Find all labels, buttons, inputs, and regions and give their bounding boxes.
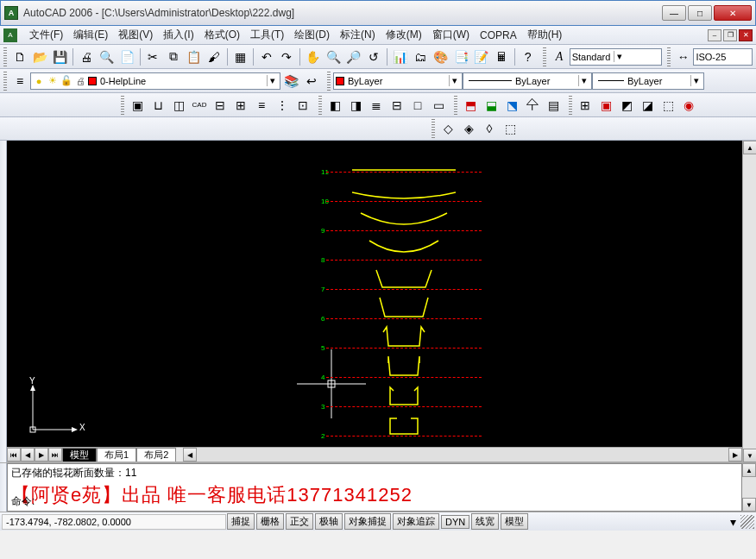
menu-file[interactable]: 文件(F) [24, 26, 68, 44]
dyn-toggle[interactable]: DYN [441, 515, 469, 529]
view-btn-1[interactable]: ◇ [438, 119, 457, 138]
print-button[interactable]: 🖨 [77, 47, 95, 66]
pan-button[interactable]: ✋ [304, 47, 322, 66]
chevron-down-icon[interactable]: ▾ [690, 75, 702, 86]
command-scrollbar[interactable]: ▲ ▼ [742, 463, 756, 512]
publish-button[interactable]: 📄 [117, 47, 135, 66]
snap-toggle[interactable]: 捕捉 [227, 513, 255, 530]
menu-insert[interactable]: 插入(I) [158, 26, 198, 44]
new-button[interactable]: 🗋 [10, 47, 28, 66]
copy-button[interactable]: ⧉ [164, 47, 182, 66]
grip-icon[interactable] [3, 72, 7, 91]
copra-btn-4[interactable]: CAD [190, 96, 209, 115]
osnap-toggle[interactable]: 对象捕捉 [344, 513, 391, 530]
menu-tools[interactable]: 工具(T) [245, 26, 289, 44]
scroll-up-button[interactable]: ▲ [742, 463, 756, 477]
copra-btn-5[interactable]: ⊟ [211, 96, 230, 115]
chevron-down-icon[interactable]: ▾ [578, 75, 589, 86]
grip-icon[interactable] [121, 96, 124, 115]
grip-icon[interactable] [327, 72, 331, 91]
copra-btn-20[interactable]: ▤ [544, 96, 563, 115]
redo-button[interactable]: ↷ [278, 47, 296, 66]
close-button[interactable]: ✕ [714, 5, 752, 21]
copra-btn-14[interactable]: □ [408, 96, 427, 115]
grip-icon[interactable] [3, 47, 7, 66]
menu-window[interactable]: 窗口(W) [427, 26, 475, 44]
command-line[interactable]: 已存储的辊花断面数量：11 【阿贤e苑】出品 唯一客服电话13771341252… [7, 463, 742, 512]
scroll-down-button[interactable]: ▼ [742, 498, 756, 512]
tab-model[interactable]: 模型 [62, 448, 97, 462]
chevron-down-icon[interactable]: ▾ [614, 51, 625, 62]
copra-btn-6[interactable]: ⊞ [231, 96, 250, 115]
layer-states-button[interactable]: 📚 [281, 72, 300, 91]
copra-btn-2[interactable]: ⊔ [148, 96, 167, 115]
model-space-canvas[interactable]: X Y 11 10 9 8 7 6 5 4 3 2 [7, 141, 742, 447]
open-button[interactable]: 📂 [30, 47, 48, 66]
copra-btn-11[interactable]: ◨ [346, 96, 365, 115]
copra-btn-9[interactable]: ⊡ [293, 96, 312, 115]
matchprop-button[interactable]: 🖌 [205, 47, 223, 66]
color-combo[interactable]: ByLayer ▾ [333, 72, 463, 90]
copra-btn-12[interactable]: ≣ [367, 96, 386, 115]
preview-button[interactable]: 🔍 [98, 47, 116, 66]
view-btn-2[interactable]: ◈ [459, 119, 478, 138]
copra-btn-22[interactable]: ▣ [596, 96, 615, 115]
maximize-button[interactable]: □ [688, 5, 712, 21]
grip-icon[interactable] [454, 96, 457, 115]
copra-btn-25[interactable]: ⬚ [658, 96, 677, 115]
cut-button[interactable]: ✂ [144, 47, 162, 66]
grip-icon[interactable] [569, 96, 572, 115]
mdi-restore-button[interactable]: ❐ [723, 29, 737, 41]
layer-manager-button[interactable]: ≡ [10, 72, 29, 91]
hscroll-track[interactable] [197, 448, 728, 462]
mdi-minimize-button[interactable]: – [708, 29, 721, 41]
vertical-scrollbar[interactable]: ▲ ▼ [742, 141, 756, 462]
status-tray-icon[interactable]: ▾ [726, 515, 740, 529]
menu-view[interactable]: 视图(V) [113, 26, 158, 44]
grip-icon[interactable] [432, 119, 435, 138]
lwt-toggle[interactable]: 线宽 [471, 513, 499, 530]
menu-copra[interactable]: COPRA [475, 28, 522, 43]
copra-btn-19[interactable]: 㐃 [523, 96, 542, 115]
zoom-window-button[interactable]: 🔎 [344, 47, 362, 66]
tab-next-button[interactable]: ▶ [35, 448, 48, 462]
layer-previous-button[interactable]: ↩ [302, 72, 321, 91]
menu-draw[interactable]: 绘图(D) [289, 26, 335, 44]
resize-grip-icon[interactable] [740, 515, 754, 529]
undo-button[interactable]: ↶ [257, 47, 275, 66]
copra-btn-3[interactable]: ◫ [169, 96, 188, 115]
zoom-realtime-button[interactable]: 🔍 [324, 47, 343, 66]
view-btn-4[interactable]: ⬚ [501, 119, 520, 138]
coordinate-readout[interactable]: -173.4794, -782.0802, 0.0000 [2, 514, 226, 530]
otrack-toggle[interactable]: 对象追踪 [393, 513, 439, 530]
help-button[interactable]: ? [519, 47, 537, 66]
text-style-combo[interactable]: Standard ▾ [570, 48, 662, 66]
copra-btn-21[interactable]: ⊞ [576, 96, 595, 115]
scroll-down-button[interactable]: ▼ [743, 449, 756, 462]
paste-button[interactable]: 📋 [185, 47, 203, 66]
tab-first-button[interactable]: ⏮ [7, 448, 21, 462]
zoom-prev-button[interactable]: ↺ [364, 47, 382, 66]
scroll-up-button[interactable]: ▲ [743, 141, 756, 154]
hscroll-left-button[interactable]: ◀ [183, 448, 197, 462]
blockeditor-button[interactable]: ▦ [231, 47, 249, 66]
model-toggle[interactable]: 模型 [501, 513, 528, 530]
menu-format[interactable]: 格式(O) [199, 26, 245, 44]
tool-palette-button[interactable]: 🎨 [432, 47, 450, 66]
tab-prev-button[interactable]: ◀ [21, 448, 35, 462]
menu-edit[interactable]: 编辑(E) [68, 26, 113, 44]
markup-button[interactable]: 📝 [472, 47, 490, 66]
minimize-button[interactable]: — [662, 5, 686, 21]
dim-style-combo[interactable]: ISO-25 [693, 48, 752, 66]
polar-toggle[interactable]: 极轴 [315, 513, 343, 530]
layer-combo[interactable]: ● ☀ 🔓 🖨 0-HelpLine ▾ [30, 72, 280, 90]
copra-btn-24[interactable]: ◪ [638, 96, 657, 115]
grip-icon[interactable] [543, 47, 546, 66]
calculator-button[interactable]: 🖩 [492, 47, 510, 66]
ortho-toggle[interactable]: 正交 [286, 513, 313, 530]
save-button[interactable]: 💾 [51, 47, 69, 66]
scroll-track[interactable] [743, 154, 756, 449]
copra-btn-23[interactable]: ◩ [617, 96, 636, 115]
copra-btn-15[interactable]: ▭ [429, 96, 448, 115]
properties-button[interactable]: 📊 [391, 47, 409, 66]
